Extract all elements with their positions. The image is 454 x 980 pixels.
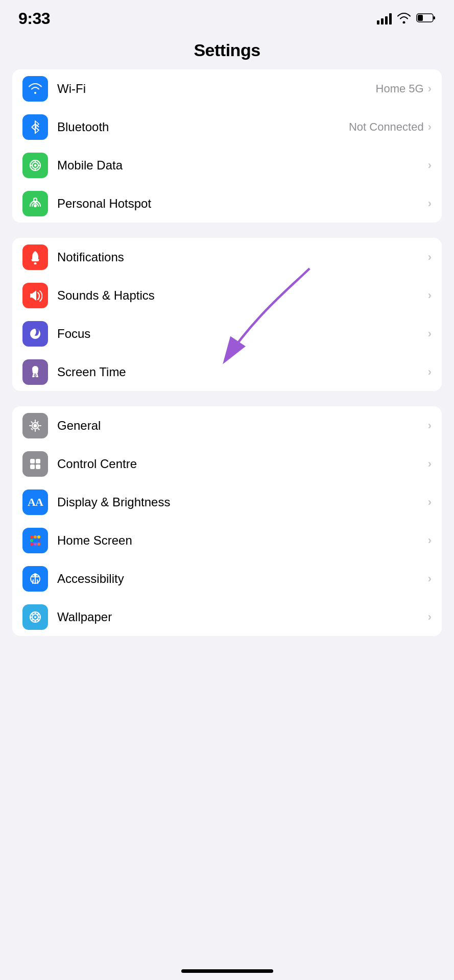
svg-point-34 xyxy=(34,543,37,546)
settings-row-control-centre[interactable]: Control Centre › xyxy=(12,445,442,483)
display-brightness-row-icon: AA xyxy=(22,489,48,515)
control-centre-label: Control Centre xyxy=(57,457,137,471)
wallpaper-row-content: Wallpaper › xyxy=(57,610,432,624)
general-chevron: › xyxy=(428,419,432,432)
page-title: Settings xyxy=(194,40,260,60)
screen-time-chevron: › xyxy=(428,365,432,379)
wallpaper-label: Wallpaper xyxy=(57,610,112,624)
mobile-data-label: Mobile Data xyxy=(57,158,123,173)
display-brightness-right: › xyxy=(428,496,432,509)
notifications-row-content: Notifications › xyxy=(57,250,432,264)
settings-row-general[interactable]: General › xyxy=(12,406,442,445)
settings-row-display-brightness[interactable]: AA Display & Brightness › xyxy=(12,483,442,521)
settings-row-accessibility[interactable]: Accessibility › xyxy=(12,559,442,598)
notifications-label: Notifications xyxy=(57,250,124,264)
settings-row-focus[interactable]: Focus › xyxy=(12,314,442,353)
wifi-icon xyxy=(397,12,411,26)
status-time: 9:33 xyxy=(18,9,50,28)
svg-point-29 xyxy=(37,535,40,538)
wallpaper-chevron: › xyxy=(428,610,432,624)
wifi-row-icon xyxy=(22,76,48,102)
hotspot-row-content: Personal Hotspot › xyxy=(57,197,432,211)
accessibility-row-content: Accessibility › xyxy=(57,572,432,586)
wallpaper-row-icon xyxy=(22,604,48,630)
svg-line-7 xyxy=(32,127,35,130)
hotspot-right: › xyxy=(428,197,432,210)
general-label: General xyxy=(57,419,101,433)
header: Settings xyxy=(0,33,454,69)
sounds-row-content: Sounds & Haptics › xyxy=(57,288,432,303)
battery-icon xyxy=(416,13,436,25)
bluetooth-row-icon xyxy=(22,114,48,140)
svg-rect-1 xyxy=(434,16,436,19)
screen-time-right: › xyxy=(428,365,432,379)
svg-rect-25 xyxy=(30,464,35,469)
svg-rect-26 xyxy=(36,464,40,469)
wifi-chevron: › xyxy=(428,82,432,95)
svg-line-40 xyxy=(33,580,33,583)
accessibility-right: › xyxy=(428,572,432,585)
svg-line-6 xyxy=(32,124,35,127)
mobile-data-chevron: › xyxy=(428,159,432,172)
settings-row-home-screen[interactable]: Home Screen › xyxy=(12,521,442,559)
svg-point-33 xyxy=(30,543,33,546)
svg-rect-2 xyxy=(418,15,423,21)
notifications-right: › xyxy=(428,251,432,264)
svg-point-16 xyxy=(34,262,37,264)
screen-time-label: Screen Time xyxy=(57,365,126,379)
accessibility-row-icon xyxy=(22,566,48,592)
notifications-row-icon xyxy=(22,244,48,270)
svg-point-27 xyxy=(30,535,33,538)
signal-icon xyxy=(377,13,392,24)
svg-point-35 xyxy=(37,543,40,546)
home-indicator xyxy=(181,969,273,973)
settings-row-wallpaper[interactable]: Wallpaper › xyxy=(12,598,442,636)
status-icons xyxy=(377,12,436,26)
focus-right: › xyxy=(428,327,432,340)
focus-chevron: › xyxy=(428,327,432,340)
sounds-row-icon xyxy=(22,283,48,308)
settings-group-notifications: Notifications › Sounds & Haptics › xyxy=(12,238,442,391)
display-brightness-chevron: › xyxy=(428,496,432,509)
accessibility-label: Accessibility xyxy=(57,572,124,586)
svg-point-30 xyxy=(30,539,33,542)
control-centre-row-icon xyxy=(22,451,48,477)
home-screen-chevron: › xyxy=(428,534,432,547)
settings-row-notifications[interactable]: Notifications › xyxy=(12,238,442,276)
svg-rect-23 xyxy=(30,459,35,463)
svg-point-21 xyxy=(34,424,37,427)
wallpaper-right: › xyxy=(428,610,432,624)
display-brightness-row-content: Display & Brightness › xyxy=(57,495,432,509)
home-screen-row-icon xyxy=(22,528,48,553)
mobile-data-row-content: Mobile Data › xyxy=(57,158,432,173)
hotspot-label: Personal Hotspot xyxy=(57,197,151,211)
notifications-chevron: › xyxy=(428,251,432,264)
settings-row-bluetooth[interactable]: Bluetooth Not Connected › xyxy=(12,108,442,146)
bluetooth-label: Bluetooth xyxy=(57,120,109,134)
svg-point-44 xyxy=(34,616,36,618)
settings-group-connectivity: Wi-Fi Home 5G › Bluetooth Not Connected … xyxy=(12,69,442,223)
home-screen-row-content: Home Screen › xyxy=(57,533,432,548)
wifi-row-content: Wi-Fi Home 5G › xyxy=(57,82,432,96)
svg-line-41 xyxy=(37,580,38,583)
mobile-data-row-icon xyxy=(22,153,48,178)
svg-point-32 xyxy=(37,539,40,542)
sounds-label: Sounds & Haptics xyxy=(57,288,155,303)
focus-row-icon xyxy=(22,321,48,347)
control-centre-row-content: Control Centre › xyxy=(57,457,432,471)
settings-row-sounds[interactable]: Sounds & Haptics › xyxy=(12,276,442,314)
settings-row-screen-time[interactable]: Screen Time › xyxy=(12,353,442,391)
settings-row-wifi[interactable]: Wi-Fi Home 5G › xyxy=(12,69,442,108)
control-centre-chevron: › xyxy=(428,457,432,471)
settings-row-hotspot[interactable]: Personal Hotspot › xyxy=(12,184,442,223)
focus-label: Focus xyxy=(57,327,90,341)
display-brightness-label: Display & Brightness xyxy=(57,495,170,509)
wifi-label: Wi-Fi xyxy=(57,82,86,96)
control-centre-right: › xyxy=(428,457,432,471)
sounds-chevron: › xyxy=(428,289,432,302)
accessibility-chevron: › xyxy=(428,572,432,585)
svg-line-5 xyxy=(35,127,39,130)
bluetooth-row-content: Bluetooth Not Connected › xyxy=(57,120,432,134)
settings-row-mobile-data[interactable]: Mobile Data › xyxy=(12,146,442,184)
home-screen-label: Home Screen xyxy=(57,533,132,548)
